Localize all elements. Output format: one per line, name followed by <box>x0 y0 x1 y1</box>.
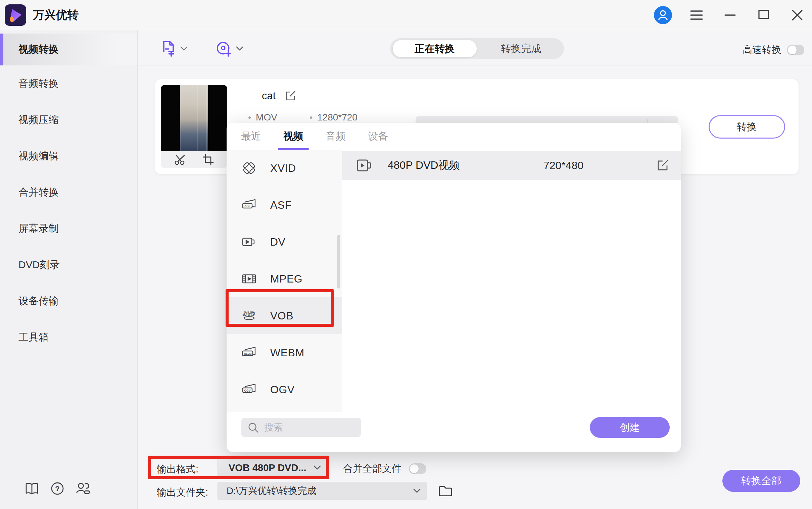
sidebar-item-video-convert[interactable]: 视频转换 <box>0 34 137 65</box>
sidebar-item-label: DVD刻录 <box>19 258 60 272</box>
convert-button[interactable]: 转换 <box>709 115 785 139</box>
format-label: VOB <box>270 310 293 322</box>
format-item-vob[interactable]: DVD VOB <box>227 297 342 334</box>
minimize-icon <box>724 9 736 21</box>
add-disc-button[interactable] <box>216 40 244 57</box>
output-folder-dropdown[interactable]: D:\万兴优转\转换完成 <box>218 482 427 500</box>
popup-tab-recent[interactable]: 最近 <box>241 124 261 149</box>
sidebar-item-device-transfer[interactable]: 设备传输 <box>0 283 137 319</box>
create-button[interactable]: 创建 <box>590 417 670 438</box>
tab-converting[interactable]: 正在转换 <box>393 40 477 57</box>
sidebar-item-video-compress[interactable]: 视频压缩 <box>0 102 137 138</box>
sidebar-item-audio-convert[interactable]: 音频转换 <box>0 65 137 102</box>
crop-icon[interactable] <box>202 154 214 165</box>
high-speed-group: 高速转换 <box>743 43 804 57</box>
help-button[interactable]: ? <box>50 481 65 496</box>
format-search-box <box>241 418 361 437</box>
close-button[interactable] <box>788 6 807 25</box>
search-icon <box>248 422 259 433</box>
format-item-dv[interactable]: DV <box>227 224 342 260</box>
bullet: • <box>248 112 251 123</box>
menu-button[interactable] <box>687 6 706 25</box>
tab-finished[interactable]: 转换完成 <box>478 38 564 59</box>
format-list-scrollbar[interactable] <box>337 235 340 289</box>
window-controls <box>654 6 807 25</box>
format-item-webm[interactable]: WEBM WEBM <box>227 334 342 371</box>
chevron-down-icon <box>236 46 244 51</box>
preset-item-480p-dvd[interactable]: 480P DVD视频 720*480 <box>342 151 681 180</box>
minimize-button[interactable] <box>721 6 740 25</box>
chevron-down-icon <box>180 46 188 51</box>
app-logo-icon <box>5 4 26 26</box>
popup-tab-device[interactable]: 设备 <box>368 124 388 149</box>
format-label: ASF <box>270 199 292 211</box>
sidebar-item-label: 工具箱 <box>19 331 49 344</box>
merge-all-toggle[interactable] <box>409 463 426 474</box>
dv-icon <box>241 234 257 250</box>
maximize-icon <box>758 9 769 21</box>
file-resolution: 1280*720 <box>317 112 357 123</box>
maximize-button[interactable] <box>754 6 773 25</box>
popup-tab-video[interactable]: 视频 <box>283 124 303 149</box>
preset-resolution: 720*480 <box>544 159 583 172</box>
preset-pane: 480P DVD视频 720*480 <box>342 150 681 412</box>
convert-all-button[interactable]: 转换全部 <box>722 470 800 492</box>
community-button[interactable] <box>75 481 91 496</box>
file-format: MOV <box>256 112 277 123</box>
asf-icon: ASF <box>241 197 257 213</box>
thumbnail-toolbar <box>161 151 227 168</box>
guide-button[interactable] <box>24 481 40 496</box>
status-tabs: 正在转换 转换完成 <box>390 38 564 59</box>
format-item-ogv[interactable]: OGV OGV <box>227 371 342 408</box>
popup-tab-label: 视频 <box>283 131 303 142</box>
title-bar: 万兴优转 <box>0 0 812 30</box>
svg-text:OGV: OGV <box>245 389 251 392</box>
toggle-knob <box>410 464 419 473</box>
sidebar-footer: ? <box>0 481 138 496</box>
format-item-asf[interactable]: ASF ASF <box>227 186 342 224</box>
close-icon <box>791 9 803 21</box>
add-file-icon <box>160 40 176 57</box>
preset-edit-icon[interactable] <box>656 159 669 172</box>
app-window: 万兴优转 <box>0 0 812 509</box>
sidebar-item-label: 合并转换 <box>19 185 59 199</box>
folder-icon <box>438 483 453 498</box>
account-button[interactable] <box>654 6 672 25</box>
output-format-dropdown[interactable]: VOB 480P DVD... <box>218 458 327 477</box>
popup-tab-label: 音频 <box>326 131 346 142</box>
users-icon <box>75 481 91 496</box>
xvid-icon <box>241 160 257 176</box>
svg-text:DVD: DVD <box>243 311 255 317</box>
sidebar-item-dvd-burn[interactable]: DVD刻录 <box>0 247 137 283</box>
add-file-button[interactable] <box>160 40 188 57</box>
sidebar-item-label: 视频转换 <box>19 43 59 56</box>
add-disc-icon <box>216 40 232 57</box>
format-item-xvid[interactable]: XVID <box>227 150 342 186</box>
sidebar-item-toolbox[interactable]: 工具箱 <box>0 319 137 355</box>
popup-tab-audio[interactable]: 音频 <box>326 124 346 149</box>
svg-text:WEBM: WEBM <box>244 352 252 355</box>
file-title-row: cat <box>262 90 296 102</box>
sidebar-item-label: 视频压缩 <box>19 113 59 127</box>
popup-tab-label: 最近 <box>241 131 261 142</box>
create-button-label: 创建 <box>620 421 640 435</box>
thumbnail-photo-strip <box>180 85 208 151</box>
open-folder-button[interactable] <box>438 483 453 498</box>
format-label: XVID <box>270 162 296 174</box>
rename-edit-icon[interactable] <box>284 90 296 102</box>
convert-all-label: 转换全部 <box>741 474 781 488</box>
sidebar-item-label: 屏幕录制 <box>19 222 59 236</box>
search-input[interactable] <box>263 422 349 433</box>
sidebar-item-video-edit[interactable]: 视频编辑 <box>0 138 137 174</box>
sidebar: 视频转换 音频转换 视频压缩 视频编辑 合并转换 屏幕录制 DVD刻录 设备传输… <box>0 30 138 509</box>
high-speed-toggle[interactable] <box>787 45 804 55</box>
chevron-down-icon <box>413 488 421 493</box>
format-item-mpeg[interactable]: MPEG <box>227 260 342 297</box>
popup-tab-label: 设备 <box>368 131 388 142</box>
sidebar-item-screen-record[interactable]: 屏幕录制 <box>0 210 137 247</box>
sidebar-item-merge-convert[interactable]: 合并转换 <box>0 174 137 210</box>
scissors-icon[interactable] <box>174 154 186 165</box>
format-popup-body: XVID ASF ASF <box>227 150 681 412</box>
format-popup-tabs: 最近 视频 音频 设备 <box>227 123 681 150</box>
book-icon <box>25 482 39 495</box>
